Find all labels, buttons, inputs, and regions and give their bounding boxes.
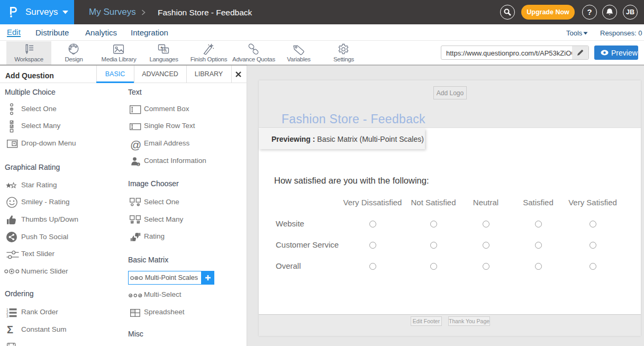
svg-text:★: ★ [160,45,163,49]
svg-text:A: A [164,48,167,53]
svg-text:3: 3 [6,314,8,317]
